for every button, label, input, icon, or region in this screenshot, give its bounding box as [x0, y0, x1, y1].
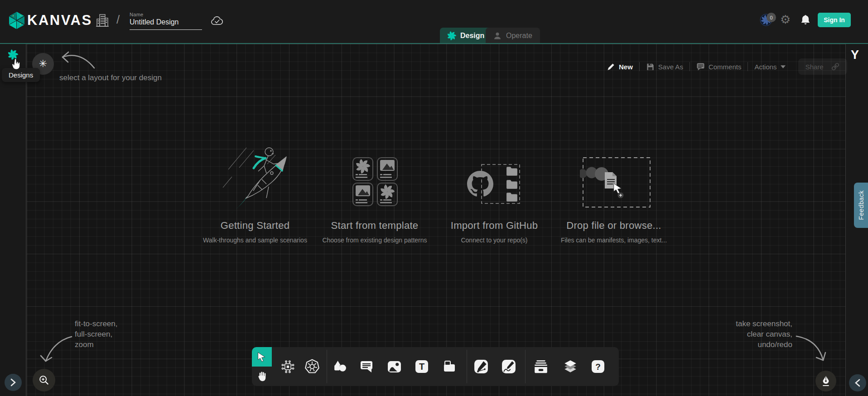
- pen-actions-button[interactable]: [815, 371, 836, 391]
- cloud-save-status-icon: [210, 15, 224, 27]
- tool-palette: T: [252, 347, 619, 386]
- brand-wordmark: KANVAS: [27, 12, 92, 29]
- card-drop-file-title[interactable]: Drop file or browse...: [537, 220, 691, 232]
- zoom-button[interactable]: [33, 369, 55, 391]
- chevron-down-icon: [781, 65, 786, 68]
- image-icon: [387, 360, 401, 373]
- layers-icon: [563, 359, 578, 374]
- canvas-action-toolbar: New Save As Comments Actions: [600, 59, 847, 74]
- pan-tool-button[interactable]: [252, 367, 272, 386]
- feedback-tab[interactable]: Feedback: [854, 183, 868, 228]
- pen-tool-button[interactable]: [469, 347, 493, 386]
- design-pinwheel-icon: [447, 31, 456, 40]
- layers-tool-button[interactable]: [559, 347, 582, 386]
- canvas-actions-hint-arrow: [793, 332, 828, 366]
- text-tool-button[interactable]: T: [410, 347, 434, 386]
- link-icon: [831, 62, 840, 71]
- design-name-label: Name: [130, 12, 202, 17]
- sketch-pencil-icon: [502, 359, 516, 374]
- kubernetes-helm-icon: [304, 358, 320, 375]
- sign-in-button[interactable]: Sign In: [818, 13, 851, 27]
- collapse-right-panel-button[interactable]: [849, 374, 866, 391]
- svg-text:?: ?: [595, 362, 601, 372]
- flower-icon: ✳: [39, 58, 47, 70]
- template-illustration[interactable]: [352, 157, 398, 206]
- shapes-icon: [333, 360, 347, 373]
- comments-button[interactable]: Comments: [690, 63, 748, 71]
- getting-started-illustration[interactable]: [218, 144, 295, 216]
- breadcrumb-separator: /: [116, 13, 120, 27]
- text-icon: T: [415, 360, 429, 373]
- pointer-hand-cursor-icon: [10, 58, 22, 71]
- notifications-bell-icon[interactable]: [799, 14, 812, 26]
- palette-divider: [467, 350, 467, 383]
- comment-icon: [696, 63, 705, 71]
- palette-divider: [525, 350, 526, 383]
- component-tool-button[interactable]: [276, 347, 299, 386]
- chevron-left-icon: [855, 379, 860, 387]
- note-icon: [442, 360, 457, 373]
- design-name-input[interactable]: [130, 17, 202, 30]
- notification-badge: 0: [767, 13, 776, 22]
- drop-file-illustration[interactable]: [580, 154, 655, 211]
- tab-design[interactable]: Design: [440, 28, 492, 44]
- tab-operate-label: Operate: [506, 32, 532, 40]
- comment-bubble-icon: [360, 360, 373, 373]
- pan-hand-icon: [256, 371, 268, 382]
- zoom-in-magnifier-icon: [38, 374, 50, 386]
- pen-tool-icon: [474, 359, 488, 374]
- zoom-hint-text: fit-to-screen, full-screen, zoom: [75, 319, 117, 350]
- card-drop-file-subtitle: Files can be manifests, images, text...: [537, 237, 691, 244]
- kubernetes-tool-button[interactable]: [300, 347, 324, 386]
- left-rail: [0, 44, 26, 396]
- chevron-right-icon: [10, 378, 16, 386]
- help-icon: ?: [591, 360, 605, 373]
- help-tool-button[interactable]: ?: [586, 347, 610, 386]
- floppy-save-icon: [646, 63, 655, 71]
- settings-gear-icon[interactable]: ⚙: [780, 13, 791, 27]
- tab-operate[interactable]: Operate: [486, 28, 540, 44]
- canvas-actions-hint-text: take screenshot, clear canvas, undo/redo: [656, 319, 792, 350]
- new-button[interactable]: New: [600, 63, 639, 71]
- operate-person-icon: [493, 31, 502, 40]
- component-chip-icon: [280, 359, 295, 374]
- expand-left-panel-button[interactable]: [5, 374, 22, 391]
- tab-design-label: Design: [460, 32, 484, 40]
- pencil-icon: [607, 63, 615, 71]
- share-button[interactable]: Share: [798, 58, 847, 75]
- drawer-icon: [533, 359, 549, 374]
- github-import-illustration[interactable]: [464, 161, 521, 206]
- sketch-tool-button[interactable]: [497, 347, 521, 386]
- kanvas-logo-icon[interactable]: [7, 10, 26, 29]
- layout-hint-arrow: [57, 45, 100, 72]
- y-extension-icon[interactable]: Y: [851, 48, 859, 62]
- pen-nib-icon: [820, 375, 831, 387]
- svg-text:T: T: [419, 362, 424, 372]
- zoom-hint-arrow: [40, 333, 76, 367]
- organization-icon[interactable]: [96, 13, 109, 28]
- note-tool-button[interactable]: [438, 347, 461, 386]
- save-as-button[interactable]: Save As: [640, 63, 690, 71]
- image-tool-button[interactable]: [382, 347, 406, 386]
- drawer-tool-button[interactable]: [529, 347, 553, 386]
- actions-dropdown[interactable]: Actions: [748, 63, 791, 71]
- layout-hint-text: select a layout for your design: [59, 72, 162, 83]
- design-name-group: Name: [130, 12, 202, 30]
- kanvas-app: KANVAS / Name: [0, 0, 868, 396]
- select-cursor-icon: [257, 352, 267, 362]
- feedback-tab-label: Feedback: [858, 190, 865, 220]
- select-tool-button[interactable]: [252, 347, 272, 367]
- shapes-tool-button[interactable]: [328, 347, 352, 386]
- comment-tool-button[interactable]: [355, 347, 378, 386]
- app-header: KANVAS / Name: [0, 0, 868, 43]
- palette-divider: [327, 350, 327, 383]
